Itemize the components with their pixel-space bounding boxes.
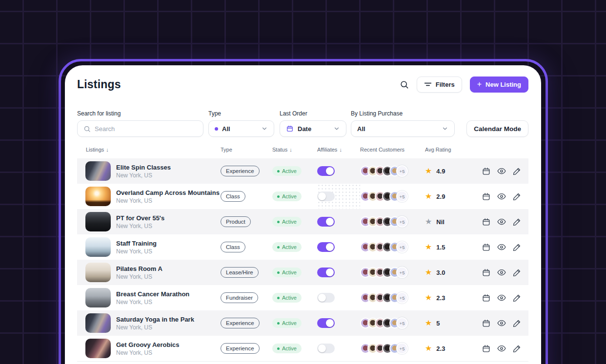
type-select[interactable]: All bbox=[208, 120, 274, 137]
column-header-affiliates[interactable]: Affiliates ↓ bbox=[317, 147, 360, 153]
view-button[interactable] bbox=[497, 293, 506, 303]
status-dot-icon bbox=[277, 322, 280, 325]
affiliates-toggle[interactable] bbox=[317, 166, 335, 176]
table-row[interactable]: Get Groovy Aerobics New York, US Experie… bbox=[77, 336, 528, 361]
edit-button[interactable] bbox=[512, 293, 522, 303]
customer-avatars: +5 bbox=[360, 216, 408, 228]
view-button[interactable] bbox=[497, 318, 506, 328]
schedule-button[interactable] bbox=[482, 192, 491, 201]
new-listing-button[interactable]: + New Listing bbox=[470, 77, 528, 93]
toggle-knob bbox=[318, 294, 326, 302]
type-cell: Lease/Hire bbox=[221, 260, 272, 285]
schedule-button[interactable] bbox=[482, 217, 491, 227]
status-badge-label: Active bbox=[282, 193, 297, 199]
calendar-mode-button[interactable]: Calendar Mode bbox=[466, 120, 528, 137]
star-icon: ★ bbox=[425, 294, 432, 302]
table-row[interactable]: Breast Cancer Marathon New York, US Fund… bbox=[77, 285, 528, 310]
calendar-icon bbox=[482, 268, 491, 277]
affiliates-toggle[interactable] bbox=[317, 268, 335, 277]
view-button[interactable] bbox=[497, 344, 506, 353]
table-row[interactable]: Staff Training New York, US Class Active bbox=[77, 234, 528, 260]
view-button[interactable] bbox=[497, 242, 506, 252]
affiliates-toggle[interactable] bbox=[317, 318, 335, 328]
affiliates-toggle[interactable] bbox=[317, 344, 335, 353]
table-row[interactable]: Elite Spin Classes New York, US Experien… bbox=[77, 158, 528, 184]
edit-button[interactable] bbox=[512, 319, 522, 328]
pencil-icon bbox=[512, 319, 522, 328]
column-header-status[interactable]: Status ↓ bbox=[272, 147, 317, 153]
listing-name: Get Groovy Aerobics bbox=[116, 341, 180, 348]
sort-desc-icon: ↓ bbox=[106, 147, 109, 153]
toggle-knob bbox=[326, 167, 334, 175]
row-actions bbox=[482, 158, 528, 184]
affiliates-toggle[interactable] bbox=[317, 242, 335, 252]
calendar-icon bbox=[482, 243, 491, 252]
star-icon: ★ bbox=[425, 243, 432, 251]
status-badge: Active bbox=[272, 293, 302, 303]
edit-button[interactable] bbox=[512, 268, 522, 277]
schedule-button[interactable] bbox=[482, 268, 491, 277]
rating-value: 4.9 bbox=[436, 168, 445, 175]
table-row[interactable]: Overland Camp Across Mountains New York,… bbox=[77, 184, 528, 209]
column-header-listings[interactable]: Listings ↓ bbox=[77, 147, 221, 153]
type-cell: Class bbox=[221, 184, 272, 209]
view-button[interactable] bbox=[497, 166, 506, 176]
view-button[interactable] bbox=[497, 192, 506, 201]
table-row[interactable]: Pilates Room A New York, US Lease/Hire A… bbox=[77, 260, 528, 285]
extra-customers-badge: +5 bbox=[396, 317, 408, 329]
table-row[interactable]: Saturday Yoga in the Park New York, US E… bbox=[77, 310, 528, 336]
recent-customers-cell: +5 bbox=[360, 260, 425, 285]
type-pill: Experience bbox=[221, 343, 260, 354]
type-cell: Experience bbox=[221, 336, 272, 361]
filters-button[interactable]: Filters bbox=[417, 77, 462, 93]
last-order-select[interactable]: Date bbox=[280, 120, 346, 137]
listings-card: Listings Filters + New Listing Search fo… bbox=[65, 65, 541, 364]
listing-location: New York, US bbox=[116, 349, 180, 356]
customer-avatars: +5 bbox=[360, 241, 408, 253]
schedule-button[interactable] bbox=[482, 243, 491, 252]
toggle-knob bbox=[326, 268, 334, 276]
schedule-button[interactable] bbox=[482, 167, 491, 176]
chevron-down-icon bbox=[333, 125, 340, 132]
recent-customers-cell: +5 bbox=[360, 184, 425, 209]
listing-thumbnail bbox=[85, 187, 111, 206]
affiliates-toggle[interactable] bbox=[317, 293, 335, 303]
table-row[interactable]: PT for Over 55's New York, US Product Ac… bbox=[77, 209, 528, 234]
sort-desc-icon: ↓ bbox=[289, 147, 292, 153]
chevron-down-icon bbox=[442, 125, 448, 132]
status-cell: Active bbox=[272, 158, 317, 184]
schedule-button[interactable] bbox=[482, 293, 491, 303]
recent-customers-cell: +5 bbox=[360, 234, 425, 260]
toggle-knob bbox=[326, 319, 334, 327]
schedule-button[interactable] bbox=[482, 319, 491, 328]
view-button[interactable] bbox=[497, 268, 506, 277]
search-input[interactable] bbox=[95, 125, 197, 133]
listing-cell: Get Groovy Aerobics New York, US bbox=[77, 336, 221, 361]
listing-purchase-select[interactable]: All bbox=[351, 120, 455, 137]
search-button[interactable] bbox=[400, 80, 409, 89]
listing-cell: Overland Camp Across Mountains New York,… bbox=[77, 184, 221, 209]
edit-button[interactable] bbox=[512, 344, 522, 353]
affiliates-toggle[interactable] bbox=[317, 192, 335, 201]
edit-button[interactable] bbox=[512, 217, 522, 227]
eye-icon bbox=[497, 242, 506, 252]
rating-value: 5 bbox=[436, 320, 440, 327]
view-button[interactable] bbox=[497, 217, 506, 227]
listing-location: New York, US bbox=[116, 299, 189, 306]
schedule-button[interactable] bbox=[482, 344, 491, 353]
edit-button[interactable] bbox=[512, 192, 522, 201]
affiliates-cell bbox=[317, 260, 360, 285]
edit-button[interactable] bbox=[512, 243, 522, 252]
rating-value: 2.3 bbox=[436, 294, 445, 302]
row-actions bbox=[482, 184, 528, 209]
extra-customers-badge: +5 bbox=[396, 343, 408, 354]
customer-avatars: +5 bbox=[360, 343, 408, 354]
pencil-icon bbox=[512, 167, 522, 176]
status-badge: Active bbox=[272, 166, 302, 176]
listing-location: New York, US bbox=[116, 223, 164, 230]
edit-button[interactable] bbox=[512, 167, 522, 176]
toggle-knob bbox=[318, 192, 326, 200]
status-cell: Active bbox=[272, 234, 317, 260]
column-header-avg-rating: Avg Rating bbox=[425, 147, 482, 153]
affiliates-toggle[interactable] bbox=[317, 217, 335, 227]
